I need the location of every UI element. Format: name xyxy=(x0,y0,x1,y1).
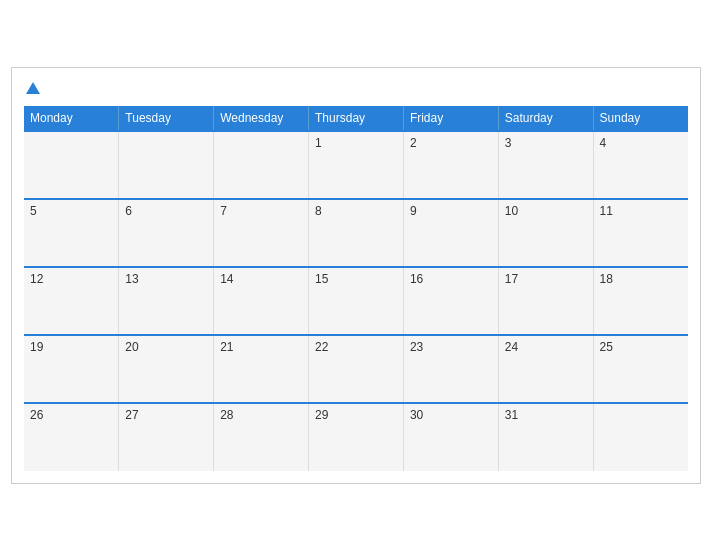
calendar-cell: 27 xyxy=(119,403,214,471)
calendar-cell: 16 xyxy=(403,267,498,335)
calendar-cell xyxy=(593,403,688,471)
calendar-cell: 24 xyxy=(498,335,593,403)
calendar-grid: MondayTuesdayWednesdayThursdayFridaySatu… xyxy=(24,106,688,471)
day-number: 14 xyxy=(220,272,233,286)
day-number: 28 xyxy=(220,408,233,422)
calendar-cell: 10 xyxy=(498,199,593,267)
day-number: 27 xyxy=(125,408,138,422)
calendar-cell: 30 xyxy=(403,403,498,471)
day-number: 10 xyxy=(505,204,518,218)
calendar-cell: 3 xyxy=(498,131,593,199)
day-number: 23 xyxy=(410,340,423,354)
day-number: 2 xyxy=(410,136,417,150)
logo-area xyxy=(24,82,40,94)
calendar-cell: 29 xyxy=(309,403,404,471)
day-number: 20 xyxy=(125,340,138,354)
calendar-header xyxy=(24,78,688,98)
calendar-cell: 6 xyxy=(119,199,214,267)
calendar-week-row: 567891011 xyxy=(24,199,688,267)
weekday-header-row: MondayTuesdayWednesdayThursdayFridaySatu… xyxy=(24,106,688,131)
calendar-week-row: 12131415161718 xyxy=(24,267,688,335)
day-number: 18 xyxy=(600,272,613,286)
calendar-cell: 22 xyxy=(309,335,404,403)
calendar-cell: 26 xyxy=(24,403,119,471)
day-number: 1 xyxy=(315,136,322,150)
day-number: 30 xyxy=(410,408,423,422)
weekday-header-friday: Friday xyxy=(403,106,498,131)
day-number: 9 xyxy=(410,204,417,218)
day-number: 7 xyxy=(220,204,227,218)
day-number: 21 xyxy=(220,340,233,354)
calendar-cell: 1 xyxy=(309,131,404,199)
calendar-cell xyxy=(214,131,309,199)
day-number: 8 xyxy=(315,204,322,218)
calendar-cell: 9 xyxy=(403,199,498,267)
day-number: 13 xyxy=(125,272,138,286)
day-number: 24 xyxy=(505,340,518,354)
day-number: 5 xyxy=(30,204,37,218)
calendar-cell: 7 xyxy=(214,199,309,267)
weekday-header-thursday: Thursday xyxy=(309,106,404,131)
calendar-cell: 14 xyxy=(214,267,309,335)
day-number: 12 xyxy=(30,272,43,286)
day-number: 25 xyxy=(600,340,613,354)
calendar-cell xyxy=(24,131,119,199)
weekday-header-sunday: Sunday xyxy=(593,106,688,131)
calendar-cell: 18 xyxy=(593,267,688,335)
calendar-cell: 4 xyxy=(593,131,688,199)
calendar-cell: 19 xyxy=(24,335,119,403)
calendar-cell: 15 xyxy=(309,267,404,335)
calendar-cell: 31 xyxy=(498,403,593,471)
calendar-cell xyxy=(119,131,214,199)
calendar-cell: 20 xyxy=(119,335,214,403)
calendar-cell: 21 xyxy=(214,335,309,403)
calendar-week-row: 262728293031 xyxy=(24,403,688,471)
calendar-week-row: 1234 xyxy=(24,131,688,199)
calendar-cell: 13 xyxy=(119,267,214,335)
day-number: 4 xyxy=(600,136,607,150)
calendar-cell: 2 xyxy=(403,131,498,199)
weekday-header-monday: Monday xyxy=(24,106,119,131)
calendar-cell: 12 xyxy=(24,267,119,335)
day-number: 17 xyxy=(505,272,518,286)
day-number: 6 xyxy=(125,204,132,218)
calendar-cell: 28 xyxy=(214,403,309,471)
calendar-cell: 5 xyxy=(24,199,119,267)
day-number: 29 xyxy=(315,408,328,422)
day-number: 11 xyxy=(600,204,613,218)
calendar-container: MondayTuesdayWednesdayThursdayFridaySatu… xyxy=(11,67,701,484)
weekday-header-wednesday: Wednesday xyxy=(214,106,309,131)
calendar-cell: 11 xyxy=(593,199,688,267)
day-number: 26 xyxy=(30,408,43,422)
logo-triangle-icon xyxy=(26,82,40,94)
calendar-cell: 17 xyxy=(498,267,593,335)
calendar-cell: 23 xyxy=(403,335,498,403)
calendar-cell: 8 xyxy=(309,199,404,267)
day-number: 15 xyxy=(315,272,328,286)
calendar-cell: 25 xyxy=(593,335,688,403)
day-number: 31 xyxy=(505,408,518,422)
calendar-week-row: 19202122232425 xyxy=(24,335,688,403)
day-number: 22 xyxy=(315,340,328,354)
day-number: 3 xyxy=(505,136,512,150)
weekday-header-saturday: Saturday xyxy=(498,106,593,131)
day-number: 16 xyxy=(410,272,423,286)
day-number: 19 xyxy=(30,340,43,354)
weekday-header-tuesday: Tuesday xyxy=(119,106,214,131)
